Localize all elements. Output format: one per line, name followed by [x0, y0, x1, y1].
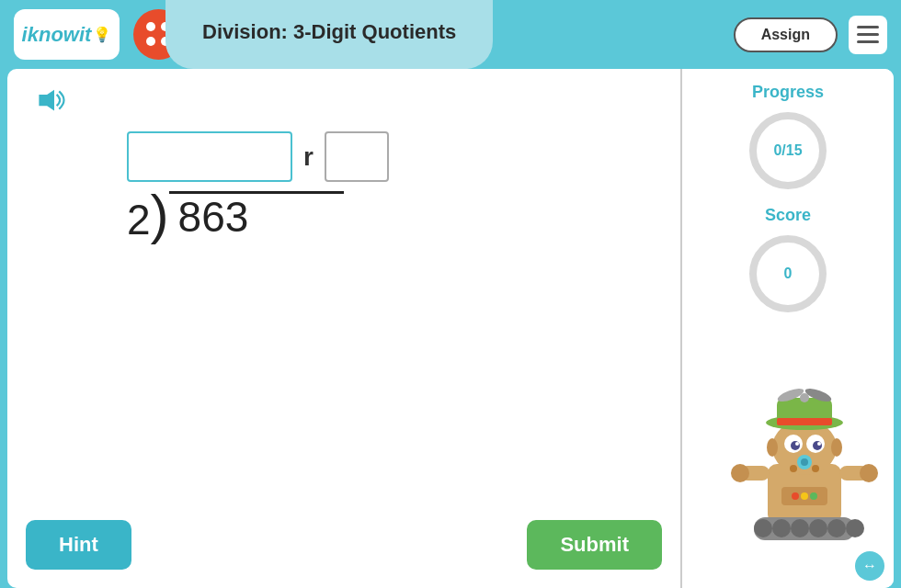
answer-row: r — [127, 131, 389, 182]
svg-point-23 — [731, 464, 749, 482]
remainder-label: r — [303, 142, 314, 172]
division-symbol-area: ) 863 — [151, 191, 344, 241]
svg-point-13 — [791, 441, 800, 450]
menu-button[interactable] — [849, 16, 887, 54]
score-gauge: 0 — [747, 232, 829, 315]
division-bracket-icon: ) — [151, 191, 169, 238]
svg-point-26 — [754, 519, 772, 537]
header-right: Assign — [734, 16, 887, 54]
svg-point-29 — [809, 519, 827, 537]
progress-gauge: 0/15 — [747, 109, 829, 192]
svg-point-19 — [767, 438, 778, 457]
dice-dot — [146, 37, 155, 46]
robot-character — [724, 377, 889, 560]
logo-bulb-icon: 💡 — [93, 26, 111, 43]
bracket-dividend: ) 863 — [151, 191, 344, 241]
svg-point-31 — [846, 519, 864, 537]
svg-rect-7 — [777, 418, 832, 425]
svg-point-33 — [812, 465, 819, 472]
remainder-input[interactable] — [325, 131, 389, 182]
lesson-title-area: Division: 3-Digit Quotients — [165, 0, 493, 69]
progress-value: 0/15 — [773, 142, 802, 159]
svg-point-35 — [792, 492, 799, 500]
progress-section: Progress 0/15 — [747, 83, 829, 192]
app-header: iknowit 💡 Division: 3-Digit Quotients As… — [0, 0, 901, 69]
arrow-right-icon: ↔ — [862, 558, 877, 574]
svg-point-16 — [817, 442, 821, 446]
divisor: 2 — [127, 191, 151, 241]
score-section: Score 0 — [747, 206, 829, 315]
svg-point-24 — [860, 464, 878, 482]
progress-title: Progress — [752, 83, 824, 102]
score-value: 0 — [784, 266, 793, 282]
svg-point-32 — [790, 465, 797, 472]
menu-line-2 — [857, 33, 879, 36]
svg-point-30 — [827, 519, 846, 537]
bottom-buttons: Hint Submit — [26, 520, 662, 570]
robot-svg — [726, 381, 887, 560]
division-row: 2 ) 863 — [127, 191, 344, 241]
quotient-input[interactable] — [127, 131, 292, 182]
svg-point-37 — [810, 492, 817, 500]
svg-point-15 — [795, 442, 799, 446]
svg-point-8 — [800, 393, 809, 402]
right-panel: Progress 0/15 Score 0 — [682, 69, 894, 588]
lesson-title: Division: 3-Digit Quotients — [202, 20, 456, 44]
svg-point-18 — [801, 458, 808, 466]
hint-button[interactable]: Hint — [26, 520, 131, 570]
dividend-area: 863 — [169, 191, 344, 241]
score-title: Score — [765, 206, 811, 225]
logo-text: iknowit — [22, 23, 92, 47]
assign-button[interactable]: Assign — [734, 17, 838, 52]
main-content: r 2 ) 863 Hint Subm — [7, 69, 894, 588]
svg-point-14 — [813, 441, 822, 450]
svg-marker-0 — [39, 90, 54, 111]
svg-point-20 — [831, 438, 842, 457]
menu-line-1 — [857, 26, 879, 28]
dividend: 863 — [169, 194, 344, 241]
menu-line-3 — [857, 40, 879, 43]
dice-dot — [146, 22, 155, 31]
next-arrow-button[interactable]: ↔ — [855, 551, 884, 581]
sound-icon — [35, 87, 67, 113]
logo: iknowit 💡 — [14, 9, 120, 60]
problem-area: r 2 ) 863 — [127, 131, 653, 241]
left-panel: r 2 ) 863 Hint Subm — [7, 69, 682, 588]
sound-button[interactable] — [35, 87, 67, 113]
svg-point-28 — [791, 519, 809, 537]
submit-button[interactable]: Submit — [527, 520, 662, 570]
svg-point-27 — [772, 519, 791, 537]
svg-point-36 — [801, 492, 808, 500]
